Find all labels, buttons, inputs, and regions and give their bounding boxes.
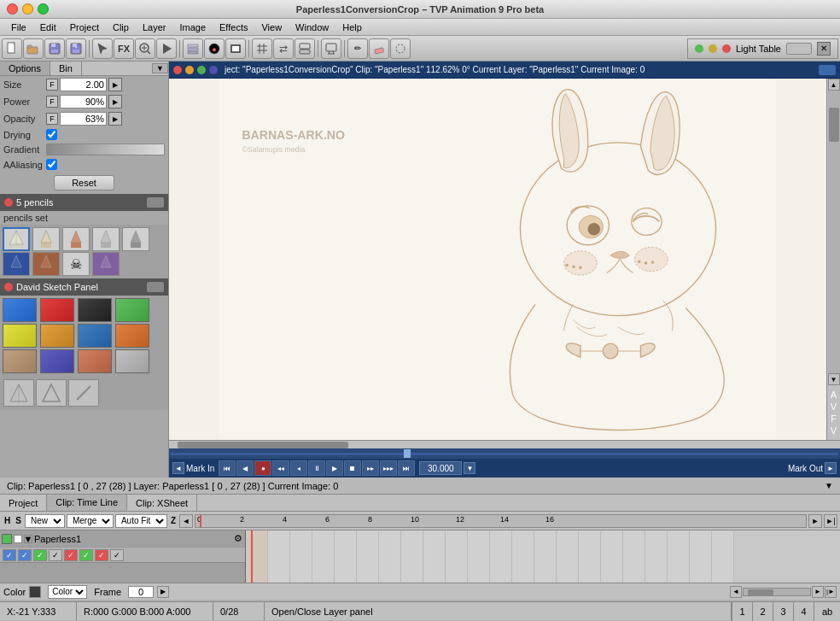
- frame-4[interactable]: [335, 530, 357, 583]
- david-tool-2[interactable]: [36, 379, 67, 407]
- tl-scroll-thumb[interactable]: [748, 589, 773, 596]
- frame-15[interactable]: [579, 530, 601, 583]
- v-scrollbar[interactable]: [828, 91, 840, 373]
- frame-13[interactable]: [534, 530, 557, 583]
- layer-visibility-dot[interactable]: [2, 534, 12, 544]
- scroll-down-btn[interactable]: ▼: [828, 373, 840, 385]
- david-tool-1[interactable]: [3, 379, 34, 407]
- david-color-9[interactable]: [3, 349, 37, 373]
- close-button[interactable]: [7, 3, 18, 15]
- timeline-tab-project[interactable]: Project: [0, 495, 47, 511]
- zoom-button[interactable]: [135, 38, 155, 59]
- tl-h-scroll-right[interactable]: ►: [812, 586, 824, 598]
- david-color-7[interactable]: [78, 324, 112, 348]
- menu-effects[interactable]: Effects: [213, 19, 254, 35]
- pencil-skull[interactable]: ☠: [62, 252, 90, 276]
- pb-prev[interactable]: ◂◂: [272, 460, 289, 476]
- canvas-status-toggle[interactable]: [819, 65, 836, 75]
- mark-in-icon[interactable]: ◄: [172, 462, 184, 474]
- fps-input[interactable]: [419, 461, 462, 475]
- menu-help[interactable]: Help: [335, 19, 369, 35]
- frame-6[interactable]: [379, 530, 401, 583]
- frame-11[interactable]: [490, 530, 512, 583]
- frame-2[interactable]: [290, 530, 312, 583]
- pb-next-slow[interactable]: ▸▸: [362, 460, 379, 476]
- tl-h-scroll-left[interactable]: ◄: [730, 586, 742, 598]
- open-button[interactable]: [23, 38, 44, 59]
- reset-button[interactable]: Reset: [54, 175, 114, 190]
- menu-clip[interactable]: Clip: [106, 19, 136, 35]
- scroll-up-btn[interactable]: ▲: [828, 79, 840, 91]
- fps-arrow[interactable]: ▼: [464, 462, 475, 474]
- power-arrow[interactable]: ▶: [108, 95, 122, 108]
- frame-12[interactable]: [512, 530, 534, 583]
- gradient-slider[interactable]: [46, 144, 165, 155]
- check-4[interactable]: ✓: [49, 549, 62, 561]
- layer-checkbox[interactable]: [14, 535, 22, 543]
- pencil-item-3[interactable]: [62, 227, 90, 251]
- david-color-10[interactable]: [40, 349, 74, 373]
- pb-rewind[interactable]: ⏮: [219, 460, 236, 476]
- tool-pencil[interactable]: ✏: [347, 38, 368, 59]
- pencil-item-1[interactable]: [3, 227, 30, 251]
- aaliasing-checkbox[interactable]: [46, 159, 57, 170]
- menu-project[interactable]: Project: [63, 19, 106, 35]
- arrows-button[interactable]: ⇄: [273, 38, 294, 59]
- clip-info-arrow[interactable]: ▼: [825, 481, 833, 490]
- new-file-button[interactable]: [2, 38, 22, 59]
- frame-19[interactable]: [668, 530, 690, 583]
- frame-14[interactable]: [557, 530, 579, 583]
- new-layer-select[interactable]: New: [25, 514, 65, 528]
- frame-1[interactable]: [268, 530, 290, 583]
- opacity-arrow[interactable]: ▶: [108, 112, 122, 126]
- opacity-f-button[interactable]: F: [46, 113, 58, 125]
- lighttable-close[interactable]: ✕: [817, 42, 831, 56]
- grid-button[interactable]: [252, 38, 272, 59]
- drying-checkbox[interactable]: [46, 129, 57, 140]
- save-as-button[interactable]: +: [66, 38, 86, 59]
- pencil-color-1[interactable]: [3, 252, 30, 276]
- david-color-11[interactable]: [78, 349, 112, 373]
- check-5[interactable]: ✓: [64, 549, 78, 561]
- layer-settings-btn[interactable]: ⚙: [231, 532, 245, 546]
- mark-out-icon[interactable]: ►: [825, 462, 837, 474]
- page-2[interactable]: 2: [753, 602, 773, 621]
- pb-next[interactable]: ▸▸▸: [380, 460, 397, 476]
- h-scroll-thumb[interactable]: [178, 442, 348, 448]
- size-f-button[interactable]: F: [46, 79, 58, 91]
- menu-layer[interactable]: Layer: [136, 19, 173, 35]
- pb-record[interactable]: ●: [254, 460, 271, 476]
- frame-20[interactable]: [690, 530, 712, 583]
- auto-fit-select[interactable]: Auto Fit: [115, 514, 167, 528]
- canvas-slider[interactable]: [169, 448, 840, 459]
- frame-21[interactable]: [712, 530, 734, 583]
- size-arrow[interactable]: ▶: [108, 78, 122, 91]
- pb-play[interactable]: ▶: [326, 460, 343, 476]
- play-button[interactable]: [156, 38, 177, 59]
- drawing-area[interactable]: BARNAS-ARK.NO ©Salamupis media: [169, 79, 826, 440]
- frame-0[interactable]: [246, 530, 268, 583]
- frame-5[interactable]: [357, 530, 379, 583]
- page-ab[interactable]: ab: [814, 602, 840, 621]
- timeline-tab-timeline[interactable]: Clip: Time Line: [47, 495, 127, 511]
- frame-8[interactable]: [423, 530, 446, 583]
- minimize-button[interactable]: [22, 3, 33, 15]
- pb-stop[interactable]: ⏹: [344, 460, 361, 476]
- menu-image[interactable]: Image: [172, 19, 213, 35]
- david-color-2[interactable]: [40, 298, 74, 322]
- david-color-4[interactable]: [115, 298, 149, 322]
- frame-18[interactable]: [645, 530, 668, 583]
- check-7[interactable]: ✓: [95, 549, 108, 561]
- david-color-5[interactable]: [3, 324, 37, 348]
- panel-scroll-btn[interactable]: ▼: [152, 63, 168, 73]
- select-tool[interactable]: [92, 38, 113, 59]
- check-3[interactable]: ✓: [33, 549, 47, 561]
- menu-file[interactable]: File: [4, 19, 33, 35]
- pb-end[interactable]: ⏭: [398, 460, 415, 476]
- color-box[interactable]: [29, 586, 41, 598]
- pb-pause[interactable]: ⏸: [308, 460, 325, 476]
- page-1[interactable]: 1: [732, 602, 753, 621]
- pencils-toggle[interactable]: [147, 197, 164, 208]
- layers-button[interactable]: [183, 38, 203, 59]
- lighttable-toggle[interactable]: [786, 43, 812, 55]
